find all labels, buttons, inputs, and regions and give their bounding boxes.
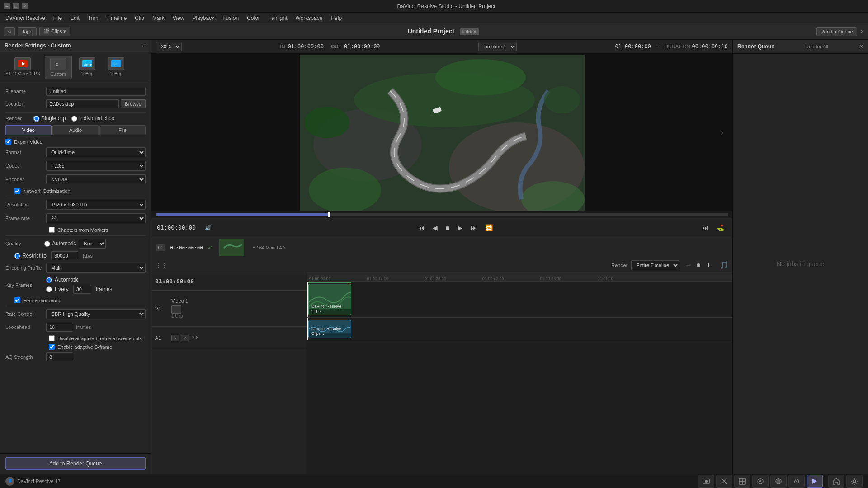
export-video-checkbox[interactable] [5,139,11,145]
play-back-button[interactable]: ◀ [430,222,440,233]
menu-clip[interactable]: Clip [131,14,148,22]
menu-playback[interactable]: Playback [189,14,218,22]
close-button[interactable]: ✕ [22,3,28,9]
panel-menu-icon[interactable]: ··· [142,42,146,49]
menu-edit[interactable]: Edit [66,14,83,22]
media-btn[interactable]: ⎋ [4,27,15,36]
nav-home-icon[interactable] [828,475,844,488]
aq-input[interactable] [46,352,73,361]
render-all-btn[interactable]: Render All [805,44,828,49]
timecode-menu-icon[interactable]: ··· [656,43,661,50]
browse-button[interactable]: Browse [121,99,146,108]
timeline-menu-icon[interactable]: ⋮⋮ [155,262,168,269]
enable-bframe-row: Enable adaptive B-frame [5,344,146,350]
single-clip-option[interactable]: Single clip [33,115,66,122]
render-settings-panel: Render Settings · Custom ··· YT 1080p 60… [0,40,151,474]
tab-file[interactable]: File [99,125,146,135]
format-select[interactable]: QuickTime [46,147,146,157]
frame-rate-select[interactable]: 24 [46,213,146,223]
preset-twitter[interactable]: 🐦 1080p [103,56,130,79]
clips-btn[interactable]: 🎬 Clips ▾ [39,27,71,36]
v1-camera-icon[interactable] [171,305,181,314]
keyframes-auto-radio[interactable] [46,277,52,283]
timeline-scrubber[interactable] [156,213,728,216]
nav-fairlight-icon[interactable] [788,475,805,488]
keyframes-every-input[interactable] [73,285,91,294]
a1-clip[interactable]: DaVinci Resolve Clips... [308,320,351,338]
timeline-tracks[interactable]: 01:00:00:00 01:00:14:00 01:00:28:00 01:0… [307,272,732,474]
codec-select[interactable]: H.265 [46,161,146,171]
next-clip-button[interactable]: ⏭ [699,222,711,233]
nav-cut-icon[interactable] [716,475,732,488]
encoding-select[interactable]: Main [46,263,146,273]
preset-vimeo[interactable]: vimeo 1080p [74,56,101,79]
preset-custom[interactable]: ⚙ Custom [45,56,72,79]
menu-help[interactable]: Help [327,14,345,22]
zoom-out-btn[interactable]: − [683,259,693,271]
menu-timeline[interactable]: Timeline [103,14,130,22]
menu-fusion[interactable]: Fusion [219,14,242,22]
v1-clip[interactable]: DaVinci Resolve Clips... [308,284,351,315]
nav-media-icon[interactable] [698,475,714,488]
single-clip-radio[interactable] [33,116,39,122]
flag-button[interactable]: ⛳ [714,222,727,233]
quality-auto-option[interactable]: Automatic [44,240,76,247]
resolution-select[interactable]: 868 x 488 HD [46,200,146,210]
quality-best-select[interactable]: Best [79,239,106,249]
menu-fairlight[interactable]: Fairlight [264,14,291,22]
keyframes-every-radio[interactable] [46,286,52,292]
menu-view[interactable]: View [169,14,188,22]
nav-fusion-icon[interactable] [752,475,769,488]
audio-icon[interactable]: 🎵 [720,261,729,269]
skip-to-end-button[interactable]: ⏭ [468,222,480,233]
menu-color[interactable]: Color [243,14,264,22]
location-input[interactable] [46,99,119,108]
play-forward-button[interactable]: ▶ [455,222,465,233]
filename-input[interactable] [46,87,146,96]
volume-icon[interactable]: 🔊 [205,225,212,231]
add-queue-button[interactable]: Add to Render Queue [5,457,146,470]
restrict-radio[interactable] [14,253,20,259]
timeline-select[interactable]: Timeline 1 [478,42,517,51]
nav-deliver-icon[interactable] [807,475,823,488]
frame-reorder-checkbox[interactable] [14,297,20,303]
tab-audio[interactable]: Audio [52,125,99,135]
maximize-button[interactable]: □ [13,3,19,9]
lookahead-input[interactable] [46,323,73,332]
restrict-input[interactable] [51,251,78,260]
restrict-option[interactable]: Restrict to [14,253,47,259]
render-queue-btn[interactable]: Render Queue [816,27,857,36]
nav-edit-icon[interactable] [734,475,750,488]
render-range-select[interactable]: Entire Timeline [631,260,679,270]
encoder-select[interactable]: NVIDIA [46,174,146,184]
quality-auto-radio[interactable] [44,241,50,247]
a1-s-button[interactable]: S [171,335,179,341]
menu-davinci[interactable]: DaVinci Resolve [2,14,49,22]
close-panel-icon[interactable]: ✕ [859,43,863,50]
network-opt-checkbox[interactable] [14,188,20,194]
minimize-button[interactable]: ─ [4,3,10,9]
menu-file[interactable]: File [50,14,66,22]
chapters-checkbox[interactable] [49,227,55,233]
rate-control-select[interactable]: CBR High Quality [46,309,146,319]
a1-m-button[interactable]: M [181,335,189,341]
individual-clips-radio[interactable] [71,116,77,122]
stop-button[interactable]: ■ [443,222,452,233]
nav-color-icon[interactable] [770,475,787,488]
preset-youtube[interactable]: YT 1080p 60FPS [3,56,43,79]
zoom-in-btn[interactable]: + [704,259,713,271]
resolution-row: Resolution 868 x 488 HD [5,200,146,210]
tab-video[interactable]: Video [5,125,52,135]
enable-bframe-checkbox[interactable] [49,344,55,350]
zoom-select[interactable]: 30% [156,42,182,51]
menu-workspace[interactable]: Workspace [292,14,326,22]
skip-to-start-button[interactable]: ⏮ [415,222,427,233]
menu-trim[interactable]: Trim [84,14,102,22]
disable-iframe-checkbox[interactable] [49,335,55,341]
menu-mark[interactable]: Mark [149,14,168,22]
individual-clips-option[interactable]: Individual clips [71,115,114,122]
loop-button[interactable]: 🔁 [482,222,495,233]
nav-settings-icon[interactable] [846,475,863,488]
tape-btn[interactable]: Tape [18,27,37,36]
collapse-icon[interactable]: ✕ [860,28,864,35]
